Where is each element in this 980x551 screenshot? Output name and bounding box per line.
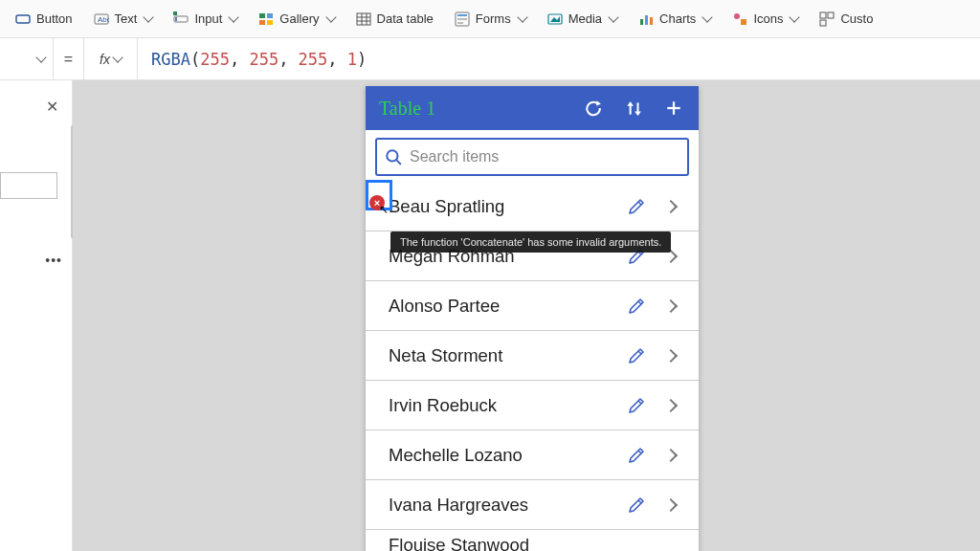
chevron-down-icon bbox=[608, 11, 618, 22]
edit-button[interactable] bbox=[624, 343, 649, 368]
add-button[interactable] bbox=[662, 97, 685, 120]
edit-button[interactable] bbox=[624, 194, 649, 219]
tok-comma: , bbox=[278, 50, 298, 69]
icons-icon bbox=[732, 11, 747, 27]
button-icon bbox=[15, 11, 31, 27]
chevron-down-icon bbox=[325, 11, 336, 22]
edit-button[interactable] bbox=[624, 443, 649, 468]
open-button[interactable] bbox=[658, 294, 683, 319]
close-icon[interactable]: ✕ bbox=[46, 98, 58, 116]
chevron-right-icon bbox=[664, 348, 678, 362]
list-item[interactable]: Alonso Partee bbox=[366, 281, 699, 331]
open-button[interactable] bbox=[658, 194, 683, 219]
ribbon-label: Icons bbox=[753, 11, 783, 26]
gallery-control: Table 1 × ↖ Beau Spratling Megan Rohman bbox=[366, 86, 699, 551]
open-button[interactable] bbox=[658, 443, 683, 468]
list-item[interactable]: Flouise Stanwood bbox=[366, 530, 699, 551]
ribbon-label: Custo bbox=[840, 11, 873, 26]
tok-fn: RGBA bbox=[151, 50, 190, 69]
chevron-down-icon bbox=[35, 52, 46, 62]
forms-icon bbox=[455, 11, 470, 27]
ribbon-forms[interactable]: Forms bbox=[445, 8, 536, 31]
tree-item-thumbnail[interactable] bbox=[0, 172, 57, 199]
app-header: Table 1 bbox=[366, 86, 699, 130]
datatable-icon bbox=[356, 11, 371, 27]
refresh-button[interactable] bbox=[582, 97, 605, 120]
chevron-down-icon bbox=[790, 11, 800, 22]
ribbon-gallery[interactable]: Gallery bbox=[249, 8, 344, 31]
ribbon-label: Media bbox=[568, 11, 602, 26]
text-icon bbox=[94, 11, 109, 27]
ribbon-label: Data table bbox=[377, 11, 434, 26]
search-box[interactable] bbox=[375, 138, 689, 176]
ribbon-label: Button bbox=[36, 11, 73, 26]
open-button[interactable] bbox=[658, 393, 683, 418]
item-name: Flouise Stanwood bbox=[389, 535, 683, 551]
input-icon bbox=[173, 11, 189, 27]
open-button[interactable] bbox=[658, 493, 683, 518]
ribbon-input[interactable]: Input bbox=[164, 8, 247, 31]
app-title: Table 1 bbox=[379, 98, 565, 120]
tok-arg: 255 bbox=[299, 50, 328, 69]
ribbon-datatable[interactable]: Data table bbox=[346, 8, 443, 31]
sort-button[interactable] bbox=[622, 97, 645, 120]
item-name: Ivana Hargreaves bbox=[389, 495, 614, 516]
chevron-down-icon bbox=[144, 11, 154, 22]
chevron-right-icon bbox=[664, 497, 678, 511]
tok-arg: 1 bbox=[347, 50, 357, 69]
tok-comma: , bbox=[327, 50, 346, 69]
tok-open: ( bbox=[190, 50, 200, 69]
charts-icon bbox=[638, 11, 654, 27]
tok-arg: 255 bbox=[200, 50, 230, 69]
tree-view-panel: ✕ ••• bbox=[0, 80, 73, 551]
equals-label: = bbox=[54, 38, 84, 79]
ribbon-text[interactable]: Text bbox=[84, 8, 163, 31]
item-name: Mechelle Lozano bbox=[389, 445, 614, 466]
search-wrap bbox=[366, 130, 699, 182]
ribbon-custom[interactable]: Custo bbox=[810, 8, 882, 31]
search-icon bbox=[385, 148, 402, 165]
chevron-right-icon bbox=[664, 298, 678, 312]
open-button[interactable] bbox=[658, 343, 683, 368]
media-icon bbox=[547, 11, 563, 27]
fx-button[interactable]: fx bbox=[84, 38, 138, 79]
chevron-right-icon bbox=[664, 448, 678, 461]
property-dropdown[interactable] bbox=[0, 38, 54, 79]
list-item[interactable]: Ivana Hargreaves bbox=[366, 480, 699, 530]
ribbon-icons[interactable]: Icons bbox=[723, 8, 808, 31]
more-icon[interactable]: ••• bbox=[45, 253, 62, 268]
item-name: Beau Spratling bbox=[389, 196, 614, 217]
formula-bar: = fx RGBA(255, 255, 255, 1) bbox=[0, 38, 980, 80]
cursor-icon: ↖ bbox=[379, 203, 389, 216]
edit-button[interactable] bbox=[624, 294, 649, 319]
ribbon-label: Charts bbox=[659, 11, 696, 26]
search-input[interactable] bbox=[410, 148, 679, 165]
ribbon-media[interactable]: Media bbox=[538, 8, 627, 31]
design-canvas[interactable]: Table 1 × ↖ Beau Spratling Megan Rohman bbox=[73, 80, 980, 551]
list-item[interactable]: Mechelle Lozano bbox=[366, 430, 699, 480]
edit-button[interactable] bbox=[624, 493, 649, 518]
chevron-down-icon bbox=[229, 11, 239, 22]
tok-arg: 255 bbox=[249, 50, 278, 69]
insert-ribbon: Button Text Input Gallery Data table For… bbox=[0, 0, 980, 38]
tok-comma: , bbox=[230, 50, 249, 69]
list-item[interactable]: Irvin Roebuck bbox=[366, 381, 699, 430]
formula-input[interactable]: RGBA(255, 255, 255, 1) bbox=[138, 50, 980, 69]
custom-icon bbox=[819, 11, 835, 27]
chevron-down-icon bbox=[517, 11, 527, 22]
error-tooltip: The function 'Concatenate' has some inva… bbox=[390, 231, 671, 253]
chevron-right-icon bbox=[664, 199, 678, 212]
gallery-icon bbox=[258, 11, 274, 27]
ribbon-label: Text bbox=[115, 11, 138, 26]
chevron-down-icon bbox=[702, 11, 713, 22]
chevron-down-icon bbox=[112, 52, 122, 62]
tok-close: ) bbox=[357, 50, 367, 69]
edit-button[interactable] bbox=[624, 393, 649, 418]
item-name: Neta Storment bbox=[389, 345, 614, 366]
ribbon-charts[interactable]: Charts bbox=[629, 8, 721, 31]
ribbon-button[interactable]: Button bbox=[6, 8, 82, 31]
ribbon-label: Input bbox=[194, 11, 222, 26]
list-item[interactable]: × ↖ Beau Spratling bbox=[366, 182, 699, 231]
ribbon-label: Gallery bbox=[279, 11, 319, 26]
list-item[interactable]: Neta Storment bbox=[366, 331, 699, 381]
